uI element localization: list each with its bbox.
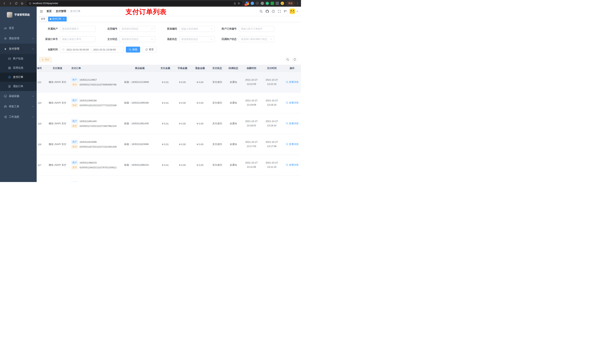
sidebar-item-3[interactable]: 基础设施 xyxy=(0,91,37,101)
view-detail-link[interactable]: 查看详情 xyxy=(286,101,299,104)
merchant-icon xyxy=(8,57,11,60)
tag-1[interactable]: 支付订单× xyxy=(48,17,67,21)
extension-icon-2[interactable] xyxy=(251,2,254,5)
browser-menu-icon[interactable]: ⋮ xyxy=(296,1,299,6)
filter-input-r2-1[interactable]: 请输入渠道订单号 xyxy=(60,36,96,42)
github-icon[interactable] xyxy=(266,10,269,13)
help-icon[interactable]: ? xyxy=(272,10,275,13)
site-info-icon[interactable] xyxy=(29,2,31,5)
placeholder-text: 请输入商户订单编号 xyxy=(241,27,262,31)
pay-tag: 支付 xyxy=(71,124,78,128)
sidebar-item-0[interactable]: 首页 xyxy=(0,23,37,33)
cell-channel: 微信 JSAPI 支付 xyxy=(46,93,69,113)
cell-id: 117 xyxy=(37,155,46,175)
filter-input-r1-1[interactable]: 请选择所属商户 xyxy=(60,26,96,32)
reload-button[interactable] xyxy=(14,1,19,6)
extension-icon-3[interactable] xyxy=(256,2,259,5)
home-button[interactable] xyxy=(20,1,24,6)
sidebar-submenu: 商户信息 应用信息 支付订单 退款订单 xyxy=(0,54,37,91)
cell-pay-status: 支付成功 xyxy=(209,72,226,93)
bookmark-star-icon[interactable] xyxy=(237,2,240,5)
font-size-icon[interactable]: TT xyxy=(284,10,287,13)
col-header-pay_status: 支付状态 xyxy=(209,65,226,72)
cell-pay-time: 2021-10-2713:17:08 xyxy=(262,134,282,155)
page-content: 所属商户 请选择所属商户 应用编号 请选择应用信息 渠道编码 请输入渠道编码 商… xyxy=(37,22,301,182)
extension-icon-1[interactable]: 10 xyxy=(246,2,249,5)
share-icon[interactable] xyxy=(234,2,236,5)
search-icon[interactable] xyxy=(259,10,263,13)
cell-title: 标题：1635311823086 xyxy=(123,134,157,155)
breadcrumb-item[interactable]: 支付管理 xyxy=(56,10,66,13)
forward-button[interactable] xyxy=(8,1,13,6)
export-button[interactable]: 导出 xyxy=(39,57,52,62)
fullscreen-icon[interactable] xyxy=(278,10,281,13)
chrome-update-button[interactable]: 更新 xyxy=(286,1,295,6)
cell-channel: 微信 JSAPI 支付 xyxy=(46,134,69,155)
search-button[interactable]: 搜索 xyxy=(126,47,140,52)
sidebar-subitem-3[interactable]: 退款订单 xyxy=(0,82,37,91)
cell-pay-status: 支付成功 xyxy=(209,93,226,113)
user-avatar[interactable] xyxy=(290,9,295,14)
filter-select-r1-3[interactable]: 请输入渠道编码 xyxy=(179,26,215,32)
cell-fee-amount: ¥ 0.00 xyxy=(174,72,191,93)
infra-icon xyxy=(4,95,7,98)
cell-refund-amount: ¥ 0.00 xyxy=(191,72,209,93)
download-icon xyxy=(42,58,44,61)
collapse-menu-icon[interactable] xyxy=(40,10,43,13)
app-logo[interactable]: 芋道管理系统 xyxy=(0,7,37,23)
toggle-search-button[interactable] xyxy=(285,57,290,62)
merchant-tag: 商户 xyxy=(71,181,78,182)
filter-select-r1-2[interactable]: 请选择应用信息 xyxy=(119,26,155,32)
cell-channel: 微信 JSAPI 支付 xyxy=(46,72,69,93)
breadcrumb-item[interactable]: 首页 xyxy=(46,10,52,13)
cell-pay-amount: ¥ 0.01 xyxy=(157,93,174,113)
breadcrumb-item: 支付订单 xyxy=(70,10,81,13)
col-header-create_time: 创建时间 xyxy=(241,65,262,72)
tag-0[interactable]: 首页 xyxy=(39,17,47,21)
sidebar-item-2[interactable]: ¥ 支付管理 xyxy=(0,44,37,54)
cell-fee-amount: ¥ 0.00 xyxy=(174,113,191,134)
gear-icon xyxy=(4,37,7,40)
cell-channel: 微信 JSAPI 支付 xyxy=(46,155,69,175)
sidebar-item-4[interactable]: 研发工具 xyxy=(0,101,37,112)
view-detail-link[interactable]: 查看详情 xyxy=(286,143,299,146)
sidebar-item-5[interactable]: 工作流程 xyxy=(0,112,37,122)
cell-channel: 微信 JSAPI 支付 xyxy=(46,113,69,134)
create-time-range-input[interactable]: 2021-10-01 00:00:00 - 2021-10-31 23:59:5… xyxy=(60,47,124,52)
browser-chrome: localhost:1024/pay/order 10 ✓ ☺ 更新 ⋮ xyxy=(0,0,301,7)
profile-avatar-icon[interactable]: ☺ xyxy=(281,2,284,5)
view-detail-link[interactable]: 查看详情 xyxy=(286,81,299,84)
filter-input-r1-4[interactable]: 请输入商户订单编号 xyxy=(239,26,274,32)
table-row-partial: 商户1635311151736 xyxy=(37,175,301,182)
col-header-action: 操作 xyxy=(282,65,301,72)
view-detail-link[interactable]: 查看详情 xyxy=(286,122,299,125)
extension-icon-7[interactable] xyxy=(276,2,279,5)
sidebar-subitem-0[interactable]: 商户信息 xyxy=(0,54,37,63)
filter-select-r2-2[interactable]: 请选择支付状态 xyxy=(119,36,155,42)
filter-pair: 所属商户 请选择所属商户 xyxy=(39,26,99,32)
filter-select-r2-4[interactable]: 请选择订单回调商户状态 xyxy=(239,36,274,42)
sidebar-subitem-1[interactable]: 应用信息 xyxy=(0,63,37,73)
chevron-down-icon xyxy=(32,116,34,118)
reset-button[interactable]: 重置 xyxy=(142,47,157,52)
sidebar-item-1[interactable]: 系统管理 xyxy=(0,33,37,44)
cell-order: 商户1635312124657支付42000011742021102780605… xyxy=(69,72,123,93)
app: 芋道管理系统 首页 系统管理 ¥ 支付管理 商户信息 应用信息 支付订单 退款订… xyxy=(0,7,301,182)
filter-pair: 退款状态 请选择退款状态 xyxy=(159,36,218,42)
chevron-down-icon[interactable] xyxy=(297,11,298,12)
sidebar-subitem-2[interactable]: 支付订单 xyxy=(0,73,37,82)
cell-pay-time: 2021-10-2713:22:15 xyxy=(262,72,282,93)
date-separator: - xyxy=(91,48,91,51)
filter-select-r2-3[interactable]: 请选择退款状态 xyxy=(179,36,215,42)
back-button[interactable] xyxy=(2,1,7,6)
extension-icon-5[interactable]: ✓ xyxy=(266,2,269,5)
extension-icon-6[interactable] xyxy=(271,2,274,5)
chevron-down-icon xyxy=(270,38,272,40)
view-detail-link[interactable]: 查看详情 xyxy=(286,163,299,167)
refresh-table-button[interactable] xyxy=(292,57,297,62)
cell-action: 查看详情 xyxy=(282,72,301,93)
address-bar[interactable]: localhost:1024/pay/order xyxy=(27,1,242,6)
extension-icon-4[interactable] xyxy=(261,2,264,5)
cell-id: 120 xyxy=(37,93,46,113)
close-icon[interactable]: × xyxy=(62,18,65,20)
